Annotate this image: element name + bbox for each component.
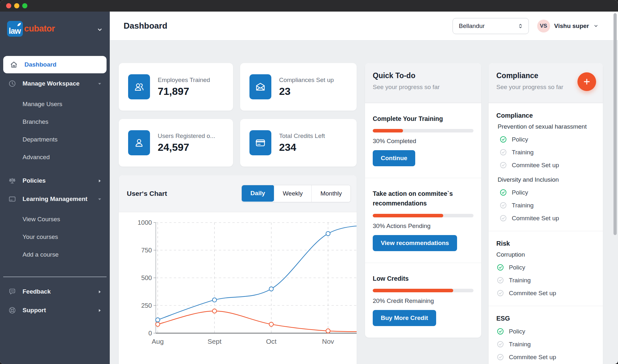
sidebar-item-dashboard[interactable]: Dashboard xyxy=(3,56,107,73)
svg-text:Aug: Aug xyxy=(152,338,164,345)
sidebar-item-support[interactable]: Support xyxy=(0,305,110,315)
plus-icon xyxy=(582,77,591,86)
logo-mark: law xyxy=(7,21,23,37)
compliance-group-risk: Risk Corruption Policy Training xyxy=(489,231,603,306)
item-label: Policy xyxy=(509,328,525,335)
svg-text:Sept: Sept xyxy=(208,338,221,345)
sidebar-item-label: Policies xyxy=(23,177,46,184)
compliance-item-training[interactable]: Training xyxy=(496,149,595,156)
todo-heading: Complete Your Training xyxy=(373,103,473,123)
compliance-item-training[interactable]: Training xyxy=(496,341,595,348)
brand-logo: law cubator xyxy=(7,21,55,37)
vertical-scrollbar[interactable] xyxy=(613,13,617,235)
check-circle-icon xyxy=(497,289,504,297)
home-icon xyxy=(10,60,18,69)
compliance-item-training[interactable]: Training xyxy=(496,277,595,284)
item-label: Training xyxy=(509,341,531,348)
clock-icon xyxy=(8,79,16,88)
sidebar-item-label: Branches xyxy=(23,118,48,125)
compliance-item-policy[interactable]: Policy xyxy=(496,136,595,143)
compliance-group-esg: ESG Policy Training Commit xyxy=(489,306,603,364)
compliance-item-commitee[interactable]: Commitee Set up xyxy=(496,289,595,297)
zoom-window-button[interactable] xyxy=(22,3,27,8)
sidebar-item-your-courses[interactable]: Your courses xyxy=(0,232,110,242)
stat-label: Employees Trained xyxy=(158,77,210,84)
stat-label: Compliances Set up xyxy=(279,77,334,84)
check-circle-icon xyxy=(497,341,504,348)
todo-status: 30% Actions Pending xyxy=(373,223,473,230)
view-recommendations-button[interactable]: View recommendations xyxy=(373,235,457,251)
compliance-item-training[interactable]: Training xyxy=(496,202,595,209)
progress-bar xyxy=(373,289,473,292)
sidebar-item-view-courses[interactable]: View Courses xyxy=(0,214,110,224)
sidebar-collapse-chevron-icon[interactable] xyxy=(96,26,103,34)
todo-section-training: Complete Your Training 30% Completed Con… xyxy=(365,103,481,178)
tab-weekly[interactable]: Weekly xyxy=(274,185,312,202)
compliance-item-policy[interactable]: Policy xyxy=(496,264,595,271)
item-label: Training xyxy=(512,202,534,209)
sidebar-item-feedback[interactable]: Feedback xyxy=(0,287,110,297)
page-header: Dashboard Bellandur VS Vishu super xyxy=(110,12,618,41)
svg-text:500: 500 xyxy=(141,274,152,281)
subgroup-name: Prevention of sexual harassment xyxy=(496,123,595,130)
close-window-button[interactable] xyxy=(6,3,11,8)
sidebar-item-label: Your courses xyxy=(23,233,58,241)
minimize-window-button[interactable] xyxy=(14,3,19,8)
sidebar-item-label: Learning Management xyxy=(23,196,88,203)
svg-text:250: 250 xyxy=(141,302,152,309)
item-label: Commitee Set up xyxy=(509,354,556,361)
sidebar-item-learning-management[interactable]: Learning Management xyxy=(0,194,110,204)
branch-select[interactable]: Bellandur xyxy=(453,18,529,34)
sidebar-item-label: Support xyxy=(23,307,46,314)
caret-right-icon xyxy=(97,178,102,183)
compliance-item-policy[interactable]: Policy xyxy=(496,328,595,335)
todo-heading: Take action on commitee`s recommendation… xyxy=(373,178,473,208)
stat-label: Users Registered o... xyxy=(158,132,215,140)
sidebar-item-advanced[interactable]: Advanced xyxy=(0,152,110,162)
progress-bar xyxy=(373,214,473,217)
sidebar-item-label: Advanced xyxy=(23,154,50,161)
user-menu[interactable]: VS Vishu super xyxy=(537,20,599,32)
chat-bubble-icon xyxy=(8,287,16,296)
sidebar-item-add-a-course[interactable]: Add a course xyxy=(0,250,110,260)
stat-card-compliances-set-up: Compliances Set up 23 xyxy=(240,63,357,111)
compliance-item-commitee[interactable]: Commitee Set up xyxy=(496,214,595,222)
svg-text:Nov: Nov xyxy=(322,338,334,345)
todo-status: 20% Credit Remaining xyxy=(373,297,473,305)
sidebar: law cubator Dashboard xyxy=(0,12,110,364)
caret-down-icon xyxy=(97,197,102,202)
card-icon xyxy=(8,195,16,203)
sidebar-item-manage-users[interactable]: Manage Users xyxy=(0,99,110,109)
compliance-group-compliance: Compliance Prevention of sexual harassme… xyxy=(489,103,603,231)
compliance-item-commitee[interactable]: Commitee Set up xyxy=(496,353,595,361)
sidebar-item-manage-workspace[interactable]: Manage Workspace xyxy=(0,78,110,89)
stat-value: 234 xyxy=(279,141,325,153)
todo-section-recommendations: Take action on commitee`s recommendation… xyxy=(365,178,481,262)
quick-todo-panel: Quick To-do See your progress so far Com… xyxy=(365,63,481,338)
sidebar-item-branches[interactable]: Branches xyxy=(0,117,110,127)
subgroup-name: Corruption xyxy=(496,251,595,258)
compliance-item-policy[interactable]: Policy xyxy=(496,189,595,196)
chart-range-tabs: Daily Weekly Monthly xyxy=(241,185,351,202)
stat-value: 24,597 xyxy=(158,141,215,153)
caret-down-icon xyxy=(97,81,102,86)
stat-card-total-credits: Total Credits Left 234 xyxy=(240,119,357,167)
todo-heading: Low Credits xyxy=(373,263,473,283)
sidebar-item-policies[interactable]: Policies xyxy=(0,176,110,186)
check-circle-icon xyxy=(500,149,507,156)
users-chart: 02505007501000AugSeptOctNov xyxy=(119,212,357,364)
sidebar-item-departments[interactable]: Departments xyxy=(0,134,110,145)
add-compliance-button[interactable] xyxy=(577,72,596,91)
sidebar-item-label: Manage Users xyxy=(23,101,62,108)
todo-status: 30% Completed xyxy=(373,138,473,145)
compliance-item-commitee[interactable]: Commitee Set up xyxy=(496,161,595,169)
sidebar-item-label: Manage Workspace xyxy=(23,80,80,87)
svg-text:Oct: Oct xyxy=(266,338,276,345)
sidebar-item-label: Feedback xyxy=(23,288,51,295)
progress-bar xyxy=(373,129,473,132)
continue-button[interactable]: Continue xyxy=(373,150,415,166)
tab-daily[interactable]: Daily xyxy=(241,185,274,202)
buy-more-credit-button[interactable]: Buy More Credit xyxy=(373,310,436,326)
sidebar-item-label: Dashboard xyxy=(24,61,56,68)
tab-monthly[interactable]: Monthly xyxy=(311,185,351,202)
